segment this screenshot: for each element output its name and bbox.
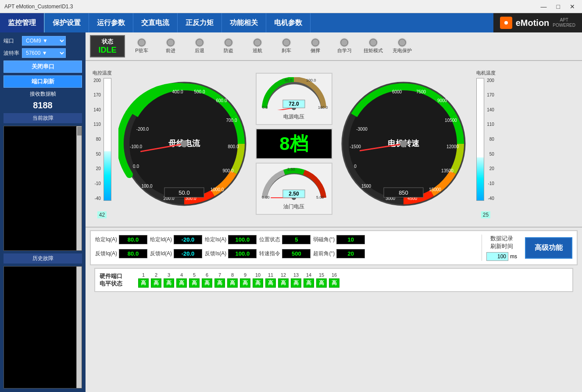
svg-line-23: [271, 108, 293, 110]
maximize-btn[interactable]: □: [554, 2, 563, 11]
data-record-area: 数据记录刷新时间 ms: [482, 235, 517, 261]
nav-item-torque[interactable]: 正反力矩: [178, 13, 222, 32]
nav-item-ac-dc[interactable]: 交直电流: [133, 13, 178, 32]
svg-text:-1500: -1500: [350, 144, 361, 149]
nav-item-function[interactable]: 功能相关: [222, 13, 266, 32]
nav-item-motor-params[interactable]: 电机参数: [266, 13, 311, 32]
port-state-5: 高: [189, 278, 200, 288]
svg-text:6000: 6000: [392, 89, 402, 94]
svg-text:9000: 9000: [437, 98, 447, 103]
baud-label: 波特率: [4, 50, 19, 57]
port-item-6: 6高: [202, 272, 212, 288]
logo-text: eMotion: [516, 18, 550, 28]
indicator-group: P驻车前进后退防盗巡航刹车侧撑自学习扭矩模式充电保护: [129, 39, 415, 54]
port-item-16: 16高: [329, 272, 339, 288]
motor-temp-value: 25: [481, 211, 490, 218]
indicator-9: 充电保护: [389, 39, 415, 54]
svg-text:7500: 7500: [416, 89, 426, 94]
indicator-label-0: P驻车: [135, 47, 148, 54]
status-value: IDLE: [96, 46, 119, 55]
nav-item-protection[interactable]: 保护设置: [45, 13, 89, 32]
port-num-11: 11: [268, 272, 273, 278]
port-state-16: 高: [329, 278, 339, 288]
motor-temp-title: 电机温度: [476, 70, 496, 76]
gear-value: 8档: [279, 132, 308, 156]
indicator-led-8: [369, 39, 377, 46]
indicator-led-9: [398, 39, 406, 46]
id-fb-value: -20.0: [174, 249, 202, 258]
is-fb-label: 反馈Is(A): [205, 250, 226, 257]
history-box: [4, 266, 82, 388]
gauges-area: 电控温度 200 170 140 110 80 50 20 -10 -40: [86, 61, 582, 228]
svg-text:160.0: 160.0: [318, 105, 328, 110]
port-item-12: 12高: [278, 272, 289, 288]
svg-text:500.0: 500.0: [194, 89, 205, 94]
throttle-voltage-svg: 0.00 2.50 5.00 2.50: [260, 167, 328, 200]
data-record-input[interactable]: [486, 252, 508, 261]
svg-text:13500: 13500: [441, 168, 453, 173]
data-fields-rows: 给定Iq(A) 80.0 给定Id(A) -20.0 给定Is(A) 100.0: [95, 235, 478, 260]
indicator-3: 防盗: [215, 39, 242, 54]
indicator-led-2: [196, 39, 204, 46]
window-controls: — □ ✕: [538, 2, 578, 11]
indicator-2: 后退: [186, 39, 213, 54]
nav-logo: eMotion APTPOWERED: [493, 13, 582, 32]
indicator-label-4: 巡航: [253, 47, 262, 54]
history-scrollbar[interactable]: [76, 267, 82, 388]
controller-temp-title: 电控温度: [93, 70, 112, 76]
id-fb-label: 反馈Id(A): [150, 250, 172, 257]
svg-text:100.0: 100.0: [306, 78, 316, 82]
port-item-11: 11高: [265, 272, 276, 288]
fault-scrollbar[interactable]: [76, 126, 82, 250]
port-item-1: 1高: [138, 272, 149, 288]
data-row-2: 反馈Iq(A) 80.0 反馈Id(A) -20.0 反馈Is(A) 100.0: [95, 249, 478, 258]
baud-row: 波特率 57600 ▼: [4, 48, 82, 58]
port-item-14: 14高: [303, 272, 314, 288]
port-state-13: 高: [291, 278, 301, 288]
svg-text:700.0: 700.0: [226, 118, 237, 123]
flux-angle-label: 弱磁角(°): [313, 236, 335, 243]
controller-temp-fill: [104, 151, 111, 200]
status-bar: 状态 IDLE P驻车前进后退防盗巡航刹车侧撑自学习扭矩模式充电保护: [86, 32, 582, 61]
bus-current-gauge: -200.0 -100.0 0.0 100.0 200.0 300.0 400.…: [118, 78, 250, 210]
is-fb-value: 100.0: [228, 249, 257, 258]
port-num-16: 16: [332, 272, 337, 278]
indicator-label-3: 防盗: [224, 47, 233, 54]
port-select[interactable]: COM9 ▼: [22, 36, 66, 46]
pos-status-item: 位置状态 5: [259, 235, 311, 244]
advanced-btn[interactable]: 高级功能: [525, 237, 572, 259]
advance-angle-value: 20: [336, 249, 365, 258]
svg-text:400.0: 400.0: [172, 89, 183, 94]
iq-fb-item: 反馈Iq(A) 80.0: [95, 249, 147, 258]
indicator-label-5: 刹车: [282, 47, 291, 54]
logo-icon: [500, 17, 512, 29]
is-fb-item: 反馈Is(A) 100.0: [205, 249, 257, 258]
svg-text:1000.0: 1000.0: [211, 187, 224, 192]
port-item-9: 9高: [240, 272, 250, 288]
id-given-item: 给定Id(A) -20.0: [150, 235, 202, 244]
port-num-7: 7: [218, 272, 221, 278]
indicator-led-4: [254, 39, 261, 46]
baud-select[interactable]: 57600 ▼: [22, 48, 66, 58]
port-num-10: 10: [255, 272, 261, 278]
nav-item-monitor[interactable]: 监控管理: [0, 13, 45, 32]
bottom-section: 给定Iq(A) 80.0 给定Id(A) -20.0 给定Is(A) 100.0: [86, 228, 582, 296]
is-given-item: 给定Is(A) 100.0: [205, 235, 257, 244]
close-btn[interactable]: ✕: [567, 2, 578, 11]
minimize-btn[interactable]: —: [538, 2, 550, 11]
ports-title: 硬件端口电平状态: [100, 273, 135, 288]
refresh-port-btn[interactable]: 端口刷新: [4, 75, 82, 88]
nav-item-run-params[interactable]: 运行参数: [89, 13, 133, 32]
nav-bar: 监控管理 保护设置 运行参数 交直电流 正反力矩 功能相关 电机参数 eMoti…: [0, 13, 582, 32]
indicator-led-6: [311, 39, 319, 46]
motor-speed-svg: -3000 -1500 0 1500 3000 4500 6000 7500 9…: [338, 78, 469, 210]
port-item-2: 2高: [151, 272, 161, 288]
svg-point-0: [504, 21, 508, 25]
port-num-5: 5: [193, 272, 196, 278]
close-port-btn[interactable]: 关闭串口: [4, 61, 82, 73]
svg-text:5.00: 5.00: [316, 195, 324, 200]
indicator-7: 自学习: [331, 39, 357, 54]
controller-temp-scale: 200 170 140 110 80 50 20 -10 -40: [93, 78, 102, 201]
port-state-12: 高: [278, 278, 289, 288]
indicator-6: 侧撑: [302, 39, 328, 54]
